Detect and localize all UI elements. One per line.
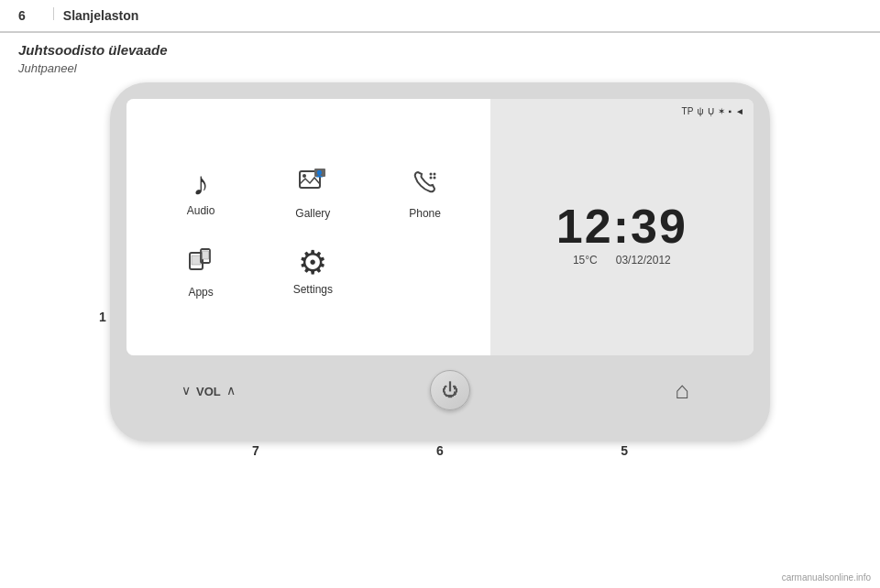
phone-label: Phone [409, 207, 441, 220]
vol-control[interactable]: ∨ VOL ∧ [182, 383, 236, 398]
page-title: Slanjelaston [63, 8, 138, 23]
menu-grid: ♪ Audio 👤 Ga [145, 158, 481, 306]
menu-item-phone[interactable]: Phone [368, 158, 480, 227]
svg-rect-9 [192, 256, 201, 265]
vol-arrows[interactable]: ∨ VOL ∧ [182, 383, 236, 398]
vol-down-icon[interactable]: ∨ [182, 383, 191, 397]
section-title: Juhtsoodisto ülevaade [0, 33, 880, 60]
svg-point-6 [429, 177, 432, 180]
menu-item-audio[interactable]: ♪ Audio [145, 158, 257, 227]
svg-point-5 [433, 173, 435, 176]
menu-item-gallery[interactable]: 👤 Gallery [257, 158, 368, 227]
gallery-icon: 👤 [296, 165, 329, 203]
settings-label: Settings [293, 283, 333, 296]
annotation-5: 5 [621, 443, 628, 458]
date-display: 03/12/2012 [616, 254, 671, 267]
apps-label: Apps [188, 286, 213, 299]
settings-icon: ⚙ [298, 246, 327, 279]
bottom-controls: ∨ VOL ∧ ⏻ ⌂ [126, 361, 754, 414]
temperature-display: 15°C [573, 254, 598, 267]
page-header: 6 Slanjelaston [0, 0, 880, 32]
annotation-1: 1 [99, 310, 106, 324]
home-icon: ⌂ [675, 376, 689, 405]
status-bt: ✶ [718, 106, 725, 116]
status-signal: ψ [697, 106, 703, 116]
annotation-7: 7 [252, 443, 259, 458]
screen: ♪ Audio 👤 Ga [126, 99, 754, 355]
svg-point-4 [429, 173, 432, 176]
phone-icon [409, 165, 442, 203]
annotation-6: 6 [436, 443, 444, 458]
menu-item-settings[interactable]: ⚙ Settings [257, 236, 368, 306]
watermark: carmanualsonline.info [782, 572, 871, 583]
clock-area: 12:39 15°C 03/12/2012 [500, 120, 744, 348]
svg-point-7 [433, 177, 435, 180]
power-button[interactable]: ⏻ [430, 370, 470, 410]
info-panel: TP ψ Ụ ✶ ▪ ◄ 12:39 15°C 03/12/2012 [490, 99, 754, 355]
svg-rect-11 [203, 251, 209, 259]
apps-icon [184, 244, 217, 282]
menu-empty [368, 236, 480, 306]
svg-text:👤: 👤 [315, 169, 324, 178]
menu-item-apps[interactable]: Apps [145, 236, 257, 306]
menu-panel: ♪ Audio 👤 Ga [126, 99, 490, 355]
home-button[interactable]: ⌂ [666, 374, 698, 407]
device-outer: ♪ Audio 👤 Ga [110, 82, 770, 441]
clock-display: 12:39 [556, 202, 688, 250]
vol-up-icon[interactable]: ∧ [226, 383, 236, 397]
gallery-label: Gallery [295, 207, 330, 220]
page-number: 6 [18, 8, 26, 23]
svg-point-1 [302, 174, 306, 178]
status-tp: TP [682, 106, 694, 116]
status-volume: ◄ [735, 106, 744, 116]
status-battery: ▪ [729, 106, 732, 116]
vol-label: VOL [196, 385, 221, 398]
audio-icon: ♪ [192, 168, 209, 201]
status-usb: Ụ [708, 106, 714, 116]
section-subtitle: Juhtpaneel [0, 60, 880, 82]
status-bar: TP ψ Ụ ✶ ▪ ◄ [500, 106, 744, 116]
clock-info-bar: 15°C 03/12/2012 [573, 254, 671, 267]
audio-label: Audio [187, 204, 215, 217]
power-icon: ⏻ [442, 381, 458, 400]
